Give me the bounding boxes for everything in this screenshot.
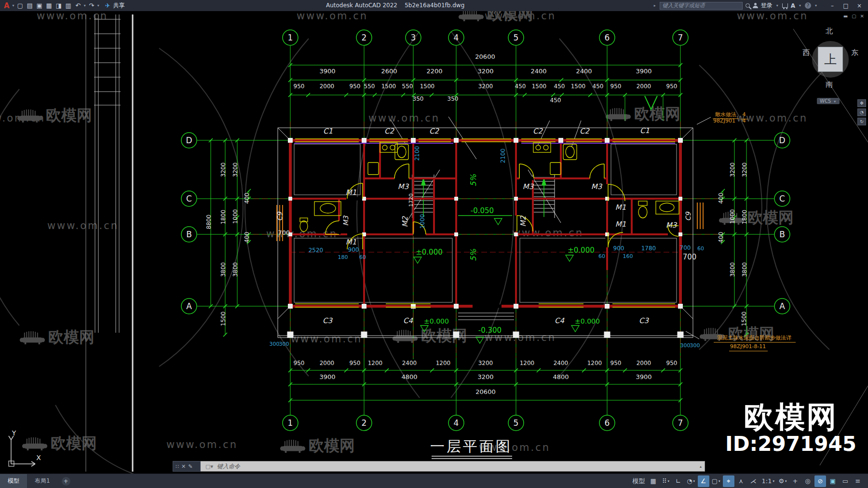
redo-icon[interactable]: ↷ [87, 2, 96, 9]
clean-screen[interactable]: ▭ [840, 475, 851, 487]
customization-menu[interactable]: ≡ [852, 475, 864, 487]
redo-icon-dropdown[interactable]: ▾ [97, 3, 99, 8]
svg-text:350: 350 [448, 95, 459, 102]
svg-text:±0.000: ±0.000 [568, 246, 595, 255]
svg-text:1500: 1500 [532, 83, 547, 90]
dynamic-input[interactable]: ◔▾ [685, 475, 697, 487]
command-input[interactable]: ▢▾ 键入命令 ▴ [201, 461, 705, 472]
plot-icon[interactable]: ◨ [54, 2, 64, 9]
new-file-icon[interactable]: ▢ [15, 2, 25, 9]
close-button[interactable]: × [853, 2, 866, 9]
svg-text:3900: 3900 [319, 68, 335, 75]
svg-text:60: 60 [697, 245, 704, 252]
open-folder-icon[interactable]: ▤ [25, 2, 35, 9]
tab-model[interactable]: 模型 [0, 474, 27, 488]
command-bar: ∷ ✕ ✎ ▢▾ 键入命令 ▴ [173, 461, 705, 472]
zoom-tool-icon[interactable]: ◔ [857, 108, 866, 116]
undo-icon[interactable]: ↶ [73, 2, 83, 9]
watermark-brand-overlay: 欧模网 ID:2971945 [721, 401, 861, 455]
store-cart-icon[interactable] [782, 3, 788, 8]
logo-dropdown-icon[interactable]: ▾ [13, 3, 14, 8]
grid-display[interactable]: ▦ [648, 475, 659, 487]
svg-text:2400: 2400 [402, 360, 417, 366]
command-bar-grip[interactable]: ∷ ✕ ✎ [173, 461, 201, 472]
doc-restore-icon[interactable]: ▢ [852, 14, 856, 19]
pan-tool-icon[interactable]: ✥ [857, 99, 866, 107]
minimize-button[interactable]: – [826, 2, 839, 9]
graphics-performance[interactable]: ▣ [827, 475, 839, 487]
annotation-visibility[interactable]: ⚙▾ [777, 475, 788, 487]
svg-text:B: B [779, 230, 785, 239]
model-space-toggle[interactable]: 模型 [631, 475, 647, 487]
print-icon[interactable]: ▥ [64, 2, 73, 9]
viewcube-east[interactable]: 东 [851, 48, 858, 57]
help-dropdown-icon[interactable]: ▾ [815, 3, 817, 8]
polar-tracking[interactable]: ▢▾ [710, 475, 722, 487]
svg-text:700: 700 [680, 244, 691, 251]
viewcube-top-face[interactable]: 上 [818, 47, 843, 72]
workspace-switch[interactable]: + [789, 475, 801, 487]
share-button[interactable]: 共享 [113, 1, 125, 10]
svg-text:5%: 5% [469, 174, 478, 187]
svg-text:400: 400 [718, 232, 724, 243]
svg-text:M1: M1 [615, 220, 626, 229]
command-history-icon[interactable]: ▴ [700, 464, 702, 469]
login-dropdown-icon[interactable]: ▾ [776, 3, 778, 8]
door-openings [339, 178, 678, 306]
annotation-monitor[interactable]: ◎ [802, 475, 814, 487]
annotation-scale[interactable]: 1:1▾ [760, 475, 776, 487]
viewcube-south[interactable]: 南 [826, 80, 833, 89]
wcs-dropdown[interactable]: WCS▾ [817, 98, 840, 104]
ortho-mode[interactable]: ∠ [698, 475, 709, 487]
save-as-icon[interactable]: ▦ [44, 2, 54, 9]
svg-text:7: 7 [678, 418, 683, 428]
undo-icon-dropdown[interactable]: ▾ [84, 3, 86, 8]
autocad-logo-icon[interactable]: A [0, 1, 12, 10]
svg-text:60: 60 [598, 253, 605, 259]
svg-text:一层平面图: 一层平面图 [430, 438, 512, 455]
share-plane-icon[interactable]: ✈ [105, 2, 110, 9]
svg-text:欧模网: 欧模网 [48, 328, 95, 346]
restore-button[interactable]: □ [839, 2, 853, 9]
save-icon[interactable]: ▣ [35, 2, 44, 9]
customize-command-icon[interactable]: ✎ [188, 463, 192, 470]
new-layout-button[interactable]: + [62, 477, 70, 486]
app-dropdown-icon[interactable]: ▾ [799, 3, 801, 8]
search-icon[interactable] [746, 3, 750, 8]
svg-text:300: 300 [279, 341, 289, 347]
orbit-tool-icon[interactable]: ↻ [857, 118, 866, 125]
tab-layout1[interactable]: 布局1 [27, 474, 58, 488]
navigation-bar: ✥ ◔ ↻ [857, 99, 867, 125]
doc-close-icon[interactable]: ✕ [860, 14, 864, 19]
user-icon[interactable] [753, 3, 758, 8]
doc-minimize-icon[interactable]: ▬ [843, 14, 848, 19]
login-button[interactable]: 登录 [761, 1, 773, 10]
close-command-icon[interactable]: ✕ [181, 463, 186, 470]
svg-text:3200: 3200 [477, 68, 493, 75]
object-snap[interactable]: ⌖ [723, 475, 734, 487]
autodesk-app-icon[interactable]: A [791, 2, 795, 9]
svg-text:D: D [186, 136, 192, 145]
svg-text:1000: 1000 [232, 209, 239, 224]
viewcube-north[interactable]: 北 [826, 27, 833, 36]
search-input[interactable]: 键入关键字或短语 [660, 2, 743, 10]
isolate-objects[interactable]: ⊘ [814, 475, 826, 487]
svg-text:8800: 8800 [205, 215, 212, 230]
snap-3d[interactable]: ⋏ [735, 475, 747, 487]
svg-text:欧模网: 欧模网 [46, 106, 92, 124]
svg-text:5: 5 [514, 418, 519, 428]
grip-dots-icon: ∷ [176, 463, 179, 470]
svg-text:950: 950 [350, 360, 361, 366]
search-expand-icon[interactable]: ▸ [654, 3, 656, 8]
snap-tracking[interactable]: ⋌ [748, 475, 760, 487]
svg-text:4: 4 [743, 111, 746, 118]
svg-text:300: 300 [680, 342, 691, 349]
snap-mode[interactable]: ⠿▾ [660, 475, 672, 487]
svg-text:D: D [779, 136, 785, 145]
svg-text:4800: 4800 [553, 373, 569, 380]
help-icon[interactable]: ? [805, 2, 811, 9]
svg-text:M3: M3 [523, 182, 534, 191]
viewcube-west[interactable]: 西 [802, 48, 810, 57]
infer-constraints[interactable]: ∟ [673, 475, 684, 487]
svg-text:欧模网: 欧模网 [634, 105, 680, 123]
